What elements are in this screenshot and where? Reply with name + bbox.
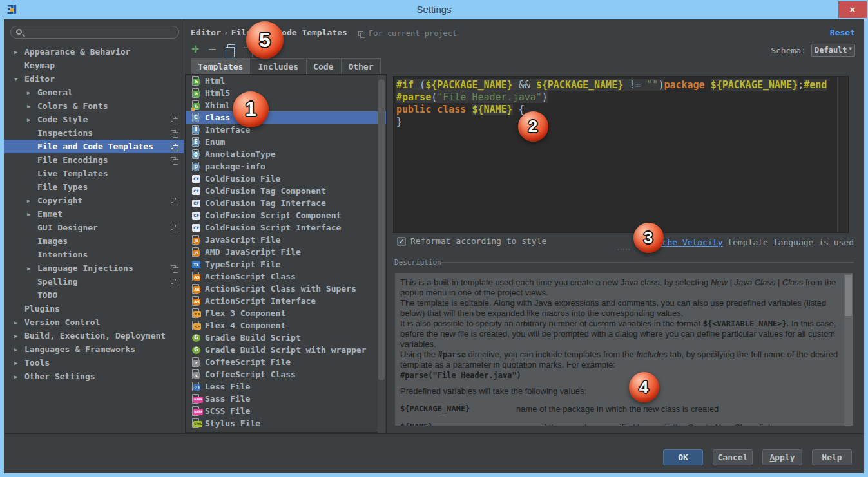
sidebar-item-languages-frameworks[interactable]: ▶Languages & Frameworks [4,342,184,356]
description-text: This is a built-in template used each ti… [400,277,844,426]
template-item-html5[interactable]: hHtml5 [186,87,386,99]
description-panel: This is a built-in template used each ti… [394,272,854,426]
template-item-actionscript-interface[interactable]: ASActionScript Interface [186,295,386,307]
chevron-collapsed-icon[interactable]: ▶ [27,198,37,204]
reformat-checkbox[interactable]: ✓ [397,237,406,246]
description-scrollbar-thumb[interactable] [845,275,852,316]
close-icon[interactable]: × [838,1,867,18]
help-button[interactable]: Help [812,449,852,465]
sidebar-item-spelling[interactable]: Spelling [4,275,184,288]
sidebar-item-gui-designer[interactable]: GUI Designer [4,221,184,234]
chevron-collapsed-icon[interactable]: ▶ [27,211,37,218]
template-item-html[interactable]: hHtml [186,75,386,87]
template-item-sass-file[interactable]: SASSSass File [186,393,386,405]
template-item-flex-3-component[interactable]: <>Flex 3 Component [186,307,386,319]
template-item-annotationtype[interactable]: @AnnotationType [186,148,386,160]
template-item-xhtml[interactable]: hXhtml [186,99,386,111]
template-item-class[interactable]: CClass [186,111,386,124]
tab-other[interactable]: Other [341,58,380,74]
template-item-less-file[interactable]: {L}Less File [186,380,386,393]
chevron-collapsed-icon[interactable]: ▶ [27,265,37,272]
template-editor[interactable]: #if (${PACKAGE_NAME} && ${PACKAGE_NAME} … [393,76,849,233]
apply-button[interactable]: Apply [762,449,802,465]
sidebar-item-appearance-behavior[interactable]: ▶Appearance & Behavior [4,45,184,59]
template-item-actionscript-class-with-supers[interactable]: ASActionScript Class with Supers [186,283,386,295]
template-item-interface[interactable]: IInterface [186,124,386,136]
reset-link[interactable]: Reset [830,28,855,37]
chevron-collapsed-icon[interactable]: ▶ [27,89,37,96]
sidebar-item-inspections[interactable]: Inspections [4,126,184,140]
chevron-collapsed-icon[interactable]: ▶ [14,360,24,366]
template-item-flex-4-component[interactable]: <>Flex 4 Component [186,319,386,332]
chevron-collapsed-icon[interactable]: ▶ [14,49,24,55]
template-item-enum[interactable]: EEnum [186,136,386,148]
splitter-handle[interactable]: ····· [617,246,631,253]
dialog-footer: OKCancelApplyHelp [4,433,864,473]
template-item-amd-javascript-file[interactable]: JSAMD JavaScript File [186,246,386,258]
sidebar-item-language-injections[interactable]: ▶Language Injections [4,261,184,275]
template-item-coldfusion-script-interface[interactable]: CFColdFusion Script Interface [186,221,386,234]
breadcrumb-editor[interactable]: Editor [191,28,221,37]
sidebar-item-version-control[interactable]: ▶Version Control [4,315,184,329]
sidebar-item-file-types[interactable]: File Types [4,180,184,194]
sidebar-item-live-templates[interactable]: Live Templates [4,167,184,180]
chevron-collapsed-icon[interactable]: ▶ [14,333,24,339]
tab-includes[interactable]: Includes [251,58,305,74]
sidebar-item-file-encodings[interactable]: File Encodings [4,153,184,167]
cancel-button[interactable]: Cancel [713,449,753,465]
sidebar-item-emmet[interactable]: ▶Emmet [4,207,184,221]
sidebar-item-images[interactable]: Images [4,234,184,248]
tab-code[interactable]: Code [306,58,340,74]
variable-row: ${NAME}name of the new class specified b… [400,422,844,426]
sidebar-item-file-and-code-templates[interactable]: File and Code Templates [4,140,184,153]
sidebar-item-code-style[interactable]: ▶Code Style [4,113,184,126]
chevron-collapsed-icon[interactable]: ▶ [14,373,24,380]
template-item-gradle-build-script-with-wrapper[interactable]: GGradle Build Script with wrapper [186,344,386,356]
template-item-coldfusion-file[interactable]: CFColdFusion File [186,173,386,185]
jpkg-file-icon: p [191,162,201,172]
ok-button[interactable]: OK [663,449,703,465]
sidebar-item-label: General [37,88,73,97]
template-item-label: TypeScript File [205,259,280,269]
template-item-actionscript-class[interactable]: ASActionScript Class [186,270,386,283]
editor-scrollbar[interactable] [837,77,847,232]
sidebar-item-other-settings[interactable]: ▶Other Settings [4,369,184,383]
callout-circle-5: 5 [246,21,284,59]
sidebar-item-colors-fonts[interactable]: ▶Colors & Fonts [4,99,184,113]
template-item-coffeescript-file[interactable]: cCoffeeScript File [186,356,386,368]
template-item-package-info[interactable]: ppackage-info [186,160,386,173]
template-item-coldfusion-tag-component[interactable]: CFColdFusion Tag Component [186,185,386,197]
template-item-scss-file[interactable]: SASSSCSS File [186,405,386,417]
list-scrollbar-thumb[interactable] [378,79,385,380]
template-item-coldfusion-script-component[interactable]: CFColdFusion Script Component [186,209,386,221]
template-item-coffeescript-class[interactable]: cCoffeeScript Class [186,368,386,380]
sidebar-item-keymap[interactable]: Keymap [4,59,184,72]
chevron-collapsed-icon[interactable]: ▶ [27,117,37,123]
chevron-collapsed-icon[interactable]: ▶ [27,103,37,109]
tab-templates[interactable]: Templates [191,58,250,74]
add-icon[interactable]: + [191,42,200,55]
search-input[interactable] [10,26,179,39]
sidebar-item-intentions[interactable]: Intentions [4,248,184,261]
chevron-expanded-icon[interactable]: ▼ [14,76,24,82]
sidebar-item-copyright[interactable]: ▶Copyright [4,194,184,207]
sidebar-item-editor[interactable]: ▼Editor [4,72,184,86]
chevron-collapsed-icon[interactable]: ▶ [14,346,24,353]
template-item-typescript-file[interactable]: TSTypeScript File [186,258,386,270]
template-item-label: Stylus File [205,418,260,428]
template-item-stylus-file[interactable]: STYLStylus File [186,417,386,429]
template-item-gradle-build-script[interactable]: GGradle Build Script [186,332,386,344]
template-item-javascript-file[interactable]: JSJavaScript File [186,234,386,246]
remove-icon[interactable]: − [207,42,217,55]
template-item-label: ColdFusion Script Component [205,210,341,220]
copy-icon[interactable] [227,44,235,54]
template-item-coldfusion-tag-interface[interactable]: CFColdFusion Tag Interface [186,197,386,209]
sidebar-item-todo[interactable]: TODO [4,288,184,302]
chevron-collapsed-icon[interactable]: ▶ [14,319,24,326]
sidebar-item-build-execution-deployment[interactable]: ▶Build, Execution, Deployment [4,329,184,342]
sidebar-item-plugins[interactable]: Plugins [4,302,184,315]
sidebar-item-general[interactable]: ▶General [4,86,184,99]
sidebar-item-tools[interactable]: ▶Tools [4,356,184,369]
schema-dropdown[interactable]: Default ▼ [811,44,855,57]
template-item-label: Class [205,113,230,122]
